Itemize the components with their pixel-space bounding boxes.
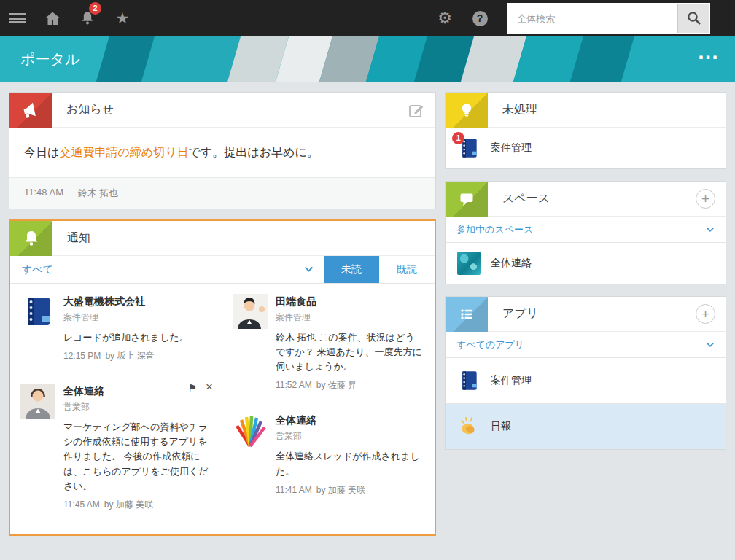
search-input[interactable] bbox=[508, 4, 677, 33]
bell-icon bbox=[10, 221, 52, 256]
flag-icon[interactable]: ⚑ bbox=[188, 382, 198, 394]
megaphone-icon bbox=[9, 93, 52, 128]
apps-title: アプリ bbox=[502, 306, 538, 322]
announcement-footer: 11:48 AM 鈴木 拓也 bbox=[9, 177, 435, 209]
notifications-filter-dropdown[interactable]: すべて bbox=[10, 256, 324, 283]
notification-author: by 加藤 美咲 bbox=[316, 485, 365, 495]
notifications-bell-icon[interactable]: 2 bbox=[70, 0, 105, 36]
announcement-highlight: 交通費申請の締め切り日 bbox=[59, 146, 188, 158]
notification-item[interactable]: 全体連絡 営業部 全体連絡スレッドが作成されました。 11:41 AMby 加藤… bbox=[222, 402, 435, 506]
app-item-label: 日報 bbox=[491, 420, 511, 433]
spaces-title: スペース bbox=[502, 191, 550, 206]
portal-options-button[interactable]: … bbox=[697, 39, 720, 64]
notifications-column-left: 大盛電機株式会社 案件管理 レコードが追加されました。 12:15 PMby 坂… bbox=[10, 284, 222, 534]
apps-filter-dropdown[interactable]: すべてのアプリ bbox=[446, 332, 726, 358]
notification-author: by 佐藤 昇 bbox=[316, 380, 357, 390]
unprocessed-widget: 未処理 1 案件管理 bbox=[445, 92, 726, 169]
chevron-down-icon bbox=[706, 227, 715, 233]
notification-title: 全体連絡 bbox=[276, 414, 424, 427]
banner-cover-image bbox=[0, 36, 735, 82]
notification-body: マーケティング部への資料やチラシの作成依頼に使用するアプリを作りました。 今後の… bbox=[63, 420, 211, 494]
notification-count-badge: 2 bbox=[89, 2, 101, 15]
apps-widget: アプリ + すべてのアプリ bbox=[445, 296, 726, 450]
edit-announcement-icon[interactable] bbox=[408, 101, 425, 119]
unread-tab[interactable]: 未読 bbox=[324, 256, 379, 283]
unprocessed-count-badge: 1 bbox=[452, 132, 464, 144]
app-item-label: 案件管理 bbox=[491, 374, 532, 387]
app-item[interactable]: 案件管理 bbox=[446, 358, 726, 403]
announcement-body: 今日は交通費申請の締め切り日です。提出はお早めに。 bbox=[9, 128, 435, 177]
lightbulb-icon bbox=[446, 93, 488, 128]
space-item[interactable]: 全体連絡 bbox=[446, 243, 726, 284]
home-icon[interactable] bbox=[35, 0, 70, 36]
notification-app: 案件管理 bbox=[63, 311, 211, 324]
notification-item[interactable]: 田端食品 案件管理 鈴木 拓也 この案件、状況はどうですか？ 来週あたり、一度先… bbox=[222, 284, 435, 402]
avatar-man bbox=[233, 294, 268, 329]
menu-icon[interactable] bbox=[0, 0, 35, 36]
spaces-widget: スペース + 参加中のスペース 全体連絡 bbox=[445, 181, 726, 284]
left-column: お知らせ 今日は交通費申請の締め切り日です。提出はお早めに。 11:48 AM … bbox=[9, 92, 436, 536]
notifications-header: 通知 bbox=[10, 221, 435, 256]
avatar-woman bbox=[20, 384, 55, 419]
search-button[interactable] bbox=[677, 4, 709, 33]
app-notebook-icon: 1 bbox=[457, 136, 481, 160]
app-list-icon bbox=[446, 297, 488, 332]
notification-app: 営業部 bbox=[63, 401, 211, 413]
unprocessed-item-label: 案件管理 bbox=[491, 141, 532, 155]
notifications-column-right: 田端食品 案件管理 鈴木 拓也 この案件、状況はどうですか？ 来週あたり、一度先… bbox=[222, 284, 435, 534]
page-title: ポータル bbox=[20, 36, 79, 82]
notification-app: 案件管理 bbox=[276, 311, 424, 324]
space-thumbnail bbox=[457, 252, 481, 275]
notification-item[interactable]: 大盛電機株式会社 案件管理 レコードが追加されました。 12:15 PMby 坂… bbox=[10, 284, 222, 373]
announcement-widget: お知らせ 今日は交通費申請の締め切り日です。提出はお早めに。 11:48 AM … bbox=[9, 92, 436, 209]
announcement-header: お知らせ bbox=[9, 93, 435, 128]
notifications-list: 大盛電機株式会社 案件管理 レコードが追加されました。 12:15 PMby 坂… bbox=[10, 284, 435, 534]
read-tab[interactable]: 既読 bbox=[379, 256, 435, 283]
portal-banner: ポータル … bbox=[0, 36, 735, 82]
announcement-time: 11:48 AM bbox=[24, 187, 63, 200]
notifications-title: 通知 bbox=[67, 230, 90, 246]
help-icon[interactable]: ? bbox=[462, 0, 497, 36]
portal-content: お知らせ 今日は交通費申請の締め切り日です。提出はお早めに。 11:48 AM … bbox=[0, 82, 735, 546]
notification-body: レコードが追加されました。 bbox=[63, 330, 211, 345]
notification-time: 11:52 AM bbox=[276, 380, 312, 390]
favorites-star-icon[interactable]: ★ bbox=[105, 0, 140, 36]
notifications-filter-bar: すべて 未読 既読 bbox=[10, 256, 435, 284]
speech-bubble-icon bbox=[446, 182, 488, 217]
notification-time: 11:45 AM bbox=[63, 499, 100, 510]
app-item[interactable]: 日報 bbox=[446, 403, 726, 449]
chevron-down-icon bbox=[304, 266, 314, 273]
spaces-filter-dropdown[interactable]: 参加中のスペース bbox=[446, 217, 726, 243]
notification-time: 11:41 AM bbox=[276, 485, 312, 495]
unprocessed-item-app[interactable]: 1 案件管理 bbox=[446, 128, 726, 168]
announcement-author: 鈴木 拓也 bbox=[78, 187, 119, 200]
app-notebook-icon bbox=[457, 369, 481, 392]
top-bar: 2 ★ ⚙ ? bbox=[0, 0, 735, 36]
add-space-button[interactable]: + bbox=[696, 189, 715, 209]
unprocessed-title: 未処理 bbox=[502, 102, 537, 117]
search-icon bbox=[686, 10, 702, 26]
settings-gear-icon[interactable]: ⚙ bbox=[427, 0, 462, 36]
notification-title: 田端食品 bbox=[276, 295, 424, 308]
notification-body: 鈴木 拓也 この案件、状況はどうですか？ 来週あたり、一度先方に伺いましょうか。 bbox=[276, 330, 424, 374]
notification-title: 大盛電機株式会社 bbox=[63, 295, 211, 308]
notification-app: 営業部 bbox=[276, 430, 424, 443]
right-column: 未処理 1 案件管理 bbox=[445, 92, 726, 450]
notification-body: 全体連絡スレッドが作成されました。 bbox=[276, 449, 424, 478]
notifications-widget: 通知 すべて 未読 既読 bbox=[9, 219, 436, 536]
clap-icon bbox=[457, 415, 481, 438]
space-item-label: 全体連絡 bbox=[491, 257, 532, 270]
notification-time: 12:15 PM bbox=[63, 351, 101, 361]
global-search bbox=[508, 3, 710, 34]
colored-pencils-icon bbox=[233, 413, 268, 448]
announcement-title: お知らせ bbox=[66, 102, 114, 117]
close-icon[interactable]: × bbox=[206, 382, 213, 394]
notification-author: by 坂上 深音 bbox=[105, 351, 154, 361]
notification-author: by 加藤 美咲 bbox=[104, 499, 153, 510]
chevron-down-icon bbox=[706, 342, 715, 348]
add-app-button[interactable]: + bbox=[696, 304, 715, 324]
app-notebook-icon bbox=[20, 294, 55, 329]
topbar-right: ⚙ ? bbox=[427, 0, 735, 36]
notification-item[interactable]: 全体連絡 営業部 マーケティング部への資料やチラシの作成依頼に使用するアプリを作… bbox=[10, 373, 222, 521]
